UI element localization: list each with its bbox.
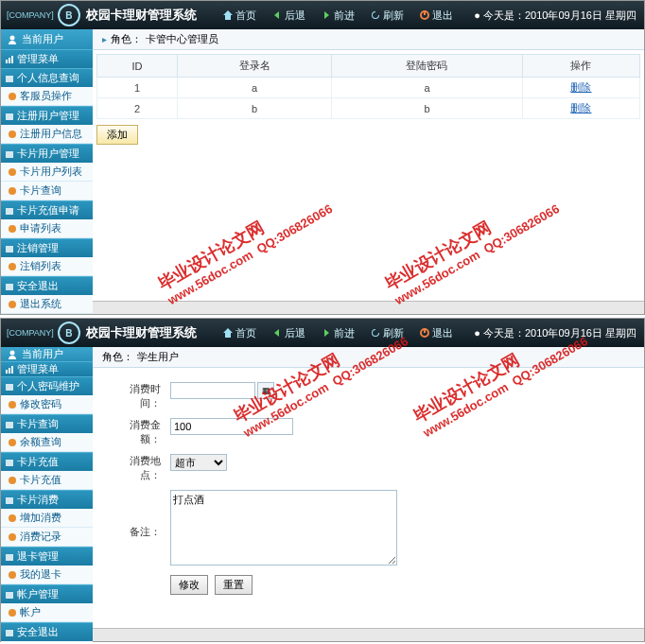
svg-rect-16 [9, 368, 10, 374]
bullet-icon [9, 263, 16, 270]
time-input[interactable] [170, 382, 255, 399]
menu-item[interactable]: 余额查询 [1, 433, 93, 452]
bullet-icon [9, 571, 16, 579]
nav-forward-button[interactable]: 前进 [314, 6, 361, 26]
bullet-icon [9, 301, 16, 308]
consume-form: 消费时间： ▦ 消费金额： 消费地点： 超市 备注： [106, 377, 403, 600]
delete-link[interactable]: 删除 [570, 81, 591, 93]
bullet-icon [9, 439, 16, 446]
breadcrumb: ▸ 角色：卡管中心管理员 [93, 29, 644, 50]
svg-rect-3 [6, 60, 8, 63]
folder-icon [5, 112, 14, 121]
folder-icon [5, 382, 14, 392]
arrow-right-icon [321, 9, 332, 21]
menu-item[interactable]: 我的退卡 [1, 566, 93, 584]
horizontal-scrollbar[interactable] [93, 628, 644, 641]
menu-item[interactable]: 注册用户信息 [1, 125, 93, 144]
home-icon [222, 9, 234, 21]
calendar-icon[interactable]: ▦ [257, 382, 274, 399]
svg-rect-24 [6, 630, 13, 636]
menu-item[interactable]: 退出系统 [1, 641, 93, 642]
bullet-icon [9, 609, 16, 617]
nav-back-button[interactable]: 后退 [265, 6, 312, 26]
nav-logout-button[interactable]: 退出 [412, 6, 460, 26]
company-badge: [COMPANY] [7, 10, 54, 20]
refresh-icon [370, 9, 381, 21]
menu-item[interactable]: 卡片用户列表 [1, 163, 93, 182]
nav-logout-button[interactable]: 退出 [412, 323, 460, 343]
bullet-icon [9, 93, 16, 100]
place-select[interactable]: 超市 [170, 454, 227, 471]
company-badge: [COMPANY] [7, 328, 54, 338]
user-icon [7, 34, 18, 45]
svg-rect-15 [6, 370, 8, 374]
folder-icon [5, 590, 14, 600]
menu-group-header[interactable]: 安全退出 [1, 276, 93, 295]
horizontal-scrollbar[interactable] [93, 301, 644, 314]
logout-icon [419, 9, 430, 21]
menu-item[interactable]: 修改密码 [1, 395, 93, 414]
refresh-icon [370, 327, 381, 339]
menu-group-header[interactable]: 卡片消费 [1, 490, 93, 509]
svg-point-2 [10, 35, 15, 40]
nav-refresh-button[interactable]: 刷新 [363, 323, 410, 343]
menu-item[interactable]: 卡片充值 [1, 471, 93, 490]
menu-group-header[interactable]: 退卡管理 [1, 547, 93, 566]
menu-group-header[interactable]: 卡片查询 [1, 414, 93, 433]
menu-group-header[interactable]: 卡片充值申请 [1, 200, 93, 219]
app-title: 校园卡理财管理系统 [86, 324, 197, 341]
nav-back-button[interactable]: 后退 [265, 323, 312, 343]
menu-item[interactable]: 注销列表 [1, 257, 93, 276]
app-title: 校园卡理财管理系统 [86, 7, 197, 24]
svg-rect-22 [6, 554, 13, 561]
bullet-icon [9, 401, 16, 409]
menu-group-header[interactable]: 卡片用户管理 [1, 144, 93, 163]
svg-point-14 [10, 350, 15, 355]
menu-item[interactable]: 退出系统 [1, 295, 93, 314]
reset-button[interactable]: 重置 [215, 575, 253, 595]
menu-item[interactable]: 增加消费 [1, 509, 93, 528]
menu-group-header[interactable]: 个人密码维护 [1, 376, 93, 395]
remark-textarea[interactable] [170, 490, 397, 566]
table-header: 登陆密码 [332, 55, 523, 78]
menu-item[interactable]: 申请列表 [1, 219, 93, 238]
svg-rect-19 [6, 422, 13, 428]
nav-home-button[interactable]: 首页 [216, 6, 263, 26]
sidebar-current-user: 当前用户 [1, 29, 93, 49]
nav-forward-button[interactable]: 前进 [314, 323, 361, 343]
logo-icon: B [58, 4, 80, 26]
date-display: ● 今天是：2010年09月16日 星期四 [474, 9, 636, 23]
folder-icon [5, 244, 14, 253]
svg-rect-17 [11, 366, 13, 374]
menu-group-header[interactable]: 帐户管理 [1, 584, 93, 603]
folder-icon [5, 206, 14, 216]
folder-icon [5, 74, 14, 83]
bullet-icon [9, 477, 16, 484]
amount-input[interactable] [170, 418, 293, 435]
chart-icon [5, 365, 14, 374]
svg-rect-7 [6, 113, 13, 120]
place-label: 消费地点： [108, 451, 165, 485]
svg-rect-4 [9, 58, 10, 63]
menu-group-header[interactable]: 安全退出 [1, 622, 93, 641]
delete-link[interactable]: 删除 [570, 102, 591, 113]
add-button[interactable]: 添加 [96, 125, 138, 145]
sidebar: 当前用户 管理菜单 个人密码维护修改密码卡片查询余额查询卡片充值卡片充值卡片消费… [1, 347, 93, 641]
menu-item[interactable]: 卡片查询 [1, 182, 93, 200]
svg-rect-21 [6, 497, 13, 504]
table-header: ID [97, 55, 178, 78]
nav-home-button[interactable]: 首页 [216, 323, 263, 343]
menu-group-header[interactable]: 卡片充值 [1, 452, 93, 471]
svg-rect-5 [11, 56, 13, 63]
nav-refresh-button[interactable]: 刷新 [363, 6, 410, 26]
table-row: 2bb删除 [97, 98, 640, 119]
table-header: 登录名 [178, 55, 332, 78]
folder-icon [5, 496, 14, 505]
menu-group-header[interactable]: 个人信息查询 [1, 68, 93, 87]
submit-button[interactable]: 修改 [170, 575, 208, 595]
menu-item[interactable]: 消费记录 [1, 528, 93, 547]
menu-group-header[interactable]: 注销管理 [1, 238, 93, 257]
menu-item[interactable]: 客服员操作 [1, 87, 93, 106]
menu-item[interactable]: 帐户 [1, 603, 93, 622]
menu-group-header[interactable]: 注册用户管理 [1, 106, 93, 125]
